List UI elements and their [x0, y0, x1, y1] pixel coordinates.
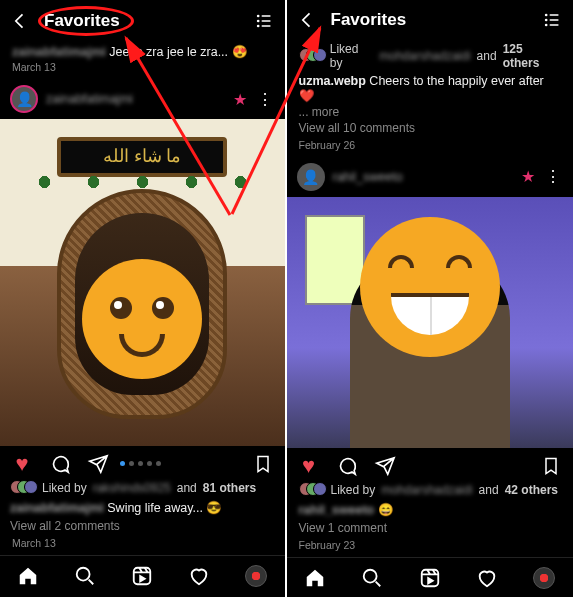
- favorite-star-icon: ★: [233, 90, 247, 109]
- liked-and: and: [177, 481, 197, 495]
- view-comments-link[interactable]: View all 2 comments: [0, 517, 285, 535]
- svg-rect-7: [134, 568, 151, 585]
- caption-username[interactable]: uzma.webp: [299, 74, 366, 88]
- prev-post-date: March 13: [0, 59, 285, 79]
- back-button[interactable]: [10, 11, 30, 31]
- liked-by-prefix: Liked by: [42, 481, 87, 495]
- liked-and: and: [479, 483, 499, 497]
- like-button[interactable]: ♥: [297, 454, 321, 478]
- avatar[interactable]: 👤: [297, 163, 325, 191]
- prev-caption: uzma.webp Cheers to the happily ever aft…: [287, 72, 574, 105]
- liker-avatars: [10, 480, 36, 496]
- bottom-nav: [0, 555, 285, 597]
- liked-by-prefix: Liked by: [330, 42, 373, 70]
- nav-reels[interactable]: [418, 566, 442, 590]
- svg-point-2: [256, 20, 259, 23]
- svg-point-14: [364, 569, 377, 582]
- manage-favorites-icon[interactable]: [541, 9, 563, 31]
- liker-avatars: [299, 482, 325, 498]
- bottom-nav: [287, 557, 574, 597]
- nav-home[interactable]: [16, 564, 40, 588]
- caption-username[interactable]: zainabfatimajmi: [10, 501, 104, 515]
- face-emoji-overlay: [82, 259, 202, 379]
- post-photo[interactable]: [287, 197, 574, 449]
- post-more-button[interactable]: ⋮: [543, 167, 563, 186]
- svg-point-4: [256, 25, 259, 28]
- caption-text: Cheers to the happily ever after: [369, 74, 543, 88]
- nav-search[interactable]: [73, 564, 97, 588]
- svg-rect-9: [550, 14, 559, 16]
- nav-activity[interactable]: [475, 566, 499, 590]
- svg-point-10: [545, 18, 548, 21]
- nav-search[interactable]: [360, 566, 384, 590]
- back-button[interactable]: [297, 10, 317, 30]
- svg-point-8: [545, 13, 548, 16]
- liked-and: and: [477, 49, 497, 63]
- topbar: Favorites: [287, 0, 574, 40]
- prev-caption-username: zainabfatimajmi: [12, 45, 106, 59]
- view-comments-link[interactable]: View 1 comment: [287, 519, 574, 537]
- page-title: Favorites: [331, 10, 528, 30]
- post-username[interactable]: zainabfatimajmi: [46, 92, 225, 106]
- avatar[interactable]: 👤: [10, 85, 38, 113]
- liked-by-user: rakshinds0925: [93, 481, 171, 495]
- caption-text: Swing life away... 😎: [107, 501, 222, 515]
- action-row: ♥: [287, 448, 574, 480]
- prev-caption-text: Jee le zra jee le zra... 😍: [109, 45, 247, 59]
- liked-by-user: mohdarshadzaidi: [379, 49, 470, 63]
- nav-home[interactable]: [303, 566, 327, 590]
- post-header: 👤 rahil_sweeto ★ ⋮: [287, 157, 574, 197]
- liked-by-user: mohdarshadzaidi: [381, 483, 472, 497]
- comment-button[interactable]: [48, 452, 72, 476]
- caption-emoji: 😄: [378, 503, 394, 517]
- svg-point-6: [77, 568, 90, 581]
- share-button[interactable]: [86, 452, 110, 476]
- svg-rect-11: [550, 19, 559, 21]
- heart-emoji-icon: ❤️: [299, 88, 315, 103]
- post-date: March 13: [0, 535, 285, 555]
- phone-right: Favorites Liked by mohdarshadzaidi and 1…: [287, 0, 574, 597]
- svg-rect-13: [550, 24, 559, 26]
- prev-post-date: February 26: [287, 137, 574, 157]
- prev-likes-row[interactable]: Liked by mohdarshadzaidi and 125 others: [287, 40, 574, 72]
- liked-count: 125 others: [503, 42, 561, 70]
- likes-row[interactable]: Liked by rakshinds0925 and 81 others: [0, 478, 285, 498]
- manage-favorites-icon[interactable]: [253, 10, 275, 32]
- svg-rect-1: [261, 15, 270, 17]
- liker-avatars: [299, 48, 324, 64]
- post-more-button[interactable]: ⋮: [255, 90, 275, 109]
- view-comments-link[interactable]: View all 10 comments: [287, 119, 574, 137]
- share-button[interactable]: [373, 454, 397, 478]
- svg-rect-3: [261, 20, 270, 22]
- topbar: Favorites: [0, 0, 285, 42]
- comment-button[interactable]: [335, 454, 359, 478]
- liked-count: 81 others: [203, 481, 256, 495]
- post-photo[interactable]: ما شاء الله: [0, 119, 285, 445]
- favorite-star-icon: ★: [521, 167, 535, 186]
- svg-rect-5: [261, 25, 270, 27]
- face-emoji-overlay: [360, 217, 500, 357]
- caption-more-link[interactable]: ... more: [287, 105, 574, 119]
- save-button[interactable]: [539, 454, 563, 478]
- svg-rect-15: [421, 569, 438, 586]
- svg-point-12: [545, 23, 548, 26]
- save-button[interactable]: [251, 452, 275, 476]
- nav-profile[interactable]: [244, 564, 268, 588]
- liked-by-prefix: Liked by: [331, 483, 376, 497]
- likes-row[interactable]: Liked by mohdarshadzaidi and 42 others: [287, 480, 574, 500]
- prev-post-caption: zainabfatimajmi Jee le zra jee le zra...…: [0, 42, 285, 59]
- nav-activity[interactable]: [187, 564, 211, 588]
- like-button[interactable]: ♥: [10, 452, 34, 476]
- phone-left: Favorites zainabfatimajmi Jee le zra jee…: [0, 0, 287, 597]
- nav-reels[interactable]: [130, 564, 154, 588]
- nav-profile[interactable]: [532, 566, 556, 590]
- svg-point-0: [256, 15, 259, 18]
- post-header: 👤 zainabfatimajmi ★ ⋮: [0, 79, 285, 119]
- post-date: February 23: [287, 537, 574, 557]
- action-row: ♥: [0, 446, 285, 478]
- caption-username[interactable]: rahil_sweeto: [299, 503, 375, 517]
- carousel-pager: [120, 461, 161, 466]
- post-username[interactable]: rahil_sweeto: [333, 170, 514, 184]
- page-title: Favorites: [44, 11, 239, 31]
- post-caption: zainabfatimajmi Swing life away... 😎: [0, 498, 285, 517]
